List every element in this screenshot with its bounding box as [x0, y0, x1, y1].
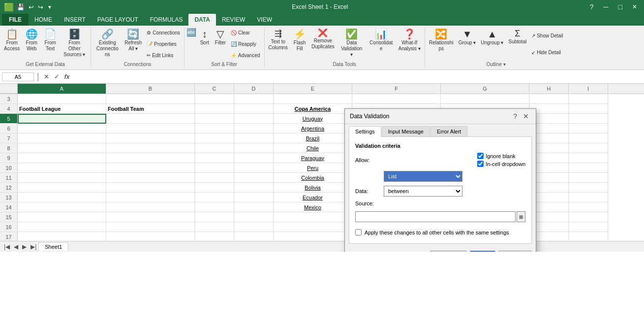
- cell-C11[interactable]: [195, 173, 234, 183]
- col-header-G[interactable]: G: [441, 84, 529, 94]
- sheet-nav-next[interactable]: ▶: [20, 242, 29, 251]
- cell-A11[interactable]: [18, 173, 106, 183]
- btn-show-detail[interactable]: ↗ Show Detail: [529, 32, 565, 39]
- cell-B3[interactable]: [106, 94, 195, 104]
- dialog-tab-error-alert[interactable]: Error Alert: [430, 126, 468, 136]
- btn-reapply[interactable]: 🔄 Reapply: [229, 40, 262, 48]
- cell-D14[interactable]: [234, 202, 274, 212]
- cell-C17[interactable]: [195, 232, 234, 242]
- col-header-B[interactable]: B: [106, 84, 195, 94]
- cell-B12[interactable]: [106, 183, 195, 193]
- btn-from-other-sources[interactable]: 🗄️ From OtherSources ▾: [60, 28, 89, 59]
- cell-D12[interactable]: [234, 183, 274, 193]
- qat-undo[interactable]: ↩: [28, 2, 35, 12]
- cell-A7[interactable]: [18, 133, 106, 143]
- cell-C10[interactable]: [195, 163, 234, 173]
- btn-hide-detail[interactable]: ↙ Hide Detail: [529, 49, 565, 56]
- in-cell-dropdown-checkbox[interactable]: [477, 161, 484, 167]
- cell-C8[interactable]: [195, 143, 234, 153]
- cell-B10[interactable]: [106, 163, 195, 173]
- btn-refresh-all[interactable]: 🔄 RefreshAll ▾: [123, 28, 144, 53]
- confirm-formula-btn[interactable]: ✓: [53, 73, 61, 80]
- cell-B11[interactable]: [106, 173, 195, 183]
- cell-E9[interactable]: Paraguay: [274, 153, 352, 163]
- sheet-nav-first[interactable]: |◀: [2, 242, 12, 251]
- col-header-C[interactable]: C: [195, 84, 234, 94]
- cell-E4[interactable]: Copa America: [274, 104, 352, 114]
- cell-D15[interactable]: [234, 212, 274, 222]
- cell-H3[interactable]: [529, 94, 569, 104]
- cell-D6[interactable]: [234, 124, 274, 133]
- cell-E3[interactable]: [274, 94, 352, 104]
- name-box[interactable]: [2, 72, 34, 81]
- col-header-I[interactable]: I: [569, 84, 608, 94]
- btn-ungroup[interactable]: ▲ Ungroup ▾: [479, 28, 505, 47]
- cell-D10[interactable]: [234, 163, 274, 173]
- cell-I13[interactable]: [569, 193, 608, 202]
- cell-E11[interactable]: Colombia: [274, 173, 352, 183]
- cell-A3[interactable]: [18, 94, 106, 104]
- btn-subtotal[interactable]: Σ Subtotal: [506, 28, 528, 46]
- cell-A14[interactable]: [18, 202, 106, 212]
- cell-E12[interactable]: Bolivia: [274, 183, 352, 193]
- formula-input[interactable]: [73, 72, 642, 81]
- cell-I17[interactable]: [569, 232, 608, 242]
- tab-review[interactable]: REVIEW: [216, 14, 251, 26]
- cell-B13[interactable]: [106, 193, 195, 202]
- cell-A15[interactable]: [18, 212, 106, 222]
- ignore-blank-checkbox[interactable]: [477, 153, 484, 159]
- cell-I5[interactable]: [569, 114, 608, 124]
- cell-I6[interactable]: [569, 124, 608, 133]
- cell-C15[interactable]: [195, 212, 234, 222]
- cell-E8[interactable]: Chile: [274, 143, 352, 153]
- tab-file[interactable]: FILE: [2, 14, 29, 26]
- sort-az-icon[interactable]: 🔤: [186, 28, 196, 37]
- cell-D4[interactable]: [234, 104, 274, 114]
- cell-B17[interactable]: [106, 232, 195, 242]
- btn-properties[interactable]: 📝 Properties: [145, 40, 182, 48]
- cell-A8[interactable]: [18, 143, 106, 153]
- btn-edit-links[interactable]: ✏ Edit Links: [145, 52, 182, 59]
- close-btn[interactable]: ✕: [629, 2, 640, 11]
- btn-from-web[interactable]: 🌐 FromWeb: [23, 28, 40, 53]
- cell-B6[interactable]: [106, 124, 195, 133]
- cell-I10[interactable]: [569, 163, 608, 173]
- btn-clear[interactable]: 🚫 Clear: [229, 29, 262, 36]
- cell-C6[interactable]: [195, 124, 234, 133]
- cell-A17[interactable]: [18, 232, 106, 242]
- minimize-btn[interactable]: ─: [601, 2, 612, 12]
- cell-D8[interactable]: [234, 143, 274, 153]
- cell-C16[interactable]: [195, 222, 234, 232]
- col-header-E[interactable]: E: [274, 84, 352, 94]
- cell-C9[interactable]: [195, 153, 234, 163]
- cell-A9[interactable]: [18, 153, 106, 163]
- help-btn[interactable]: ?: [587, 2, 597, 12]
- cell-E13[interactable]: Ecuador: [274, 193, 352, 202]
- cell-D16[interactable]: [234, 222, 274, 232]
- tab-insert[interactable]: INSERT: [58, 14, 92, 26]
- btn-sort[interactable]: ↕️ Sort: [197, 28, 212, 47]
- btn-remove-duplicates[interactable]: ❌ RemoveDuplicates: [309, 28, 337, 51]
- cell-D13[interactable]: [234, 193, 274, 202]
- cell-I9[interactable]: [569, 153, 608, 163]
- cell-E5[interactable]: Uruguay: [274, 114, 352, 124]
- cancel-btn[interactable]: Cancel: [498, 251, 532, 252]
- data-select[interactable]: between not between equal to: [384, 186, 462, 197]
- cell-I8[interactable]: [569, 143, 608, 153]
- cell-E17[interactable]: [274, 232, 352, 242]
- cell-E6[interactable]: Argentina: [274, 124, 352, 133]
- cell-F3[interactable]: [352, 94, 441, 104]
- apply-checkbox[interactable]: [355, 229, 362, 235]
- dialog-tab-settings[interactable]: Settings: [349, 126, 381, 137]
- cell-D9[interactable]: [234, 153, 274, 163]
- tab-formulas[interactable]: FORMULAS: [144, 14, 189, 26]
- cell-A16[interactable]: [18, 222, 106, 232]
- cell-E14[interactable]: Mexico: [274, 202, 352, 212]
- cell-A4[interactable]: Football League: [18, 104, 106, 114]
- cell-B8[interactable]: [106, 143, 195, 153]
- cell-B15[interactable]: [106, 212, 195, 222]
- btn-group[interactable]: ▼ Group ▾: [457, 28, 478, 47]
- restore-btn[interactable]: □: [615, 2, 625, 12]
- insert-function-btn[interactable]: fx: [63, 73, 71, 80]
- cell-I3[interactable]: [569, 94, 608, 104]
